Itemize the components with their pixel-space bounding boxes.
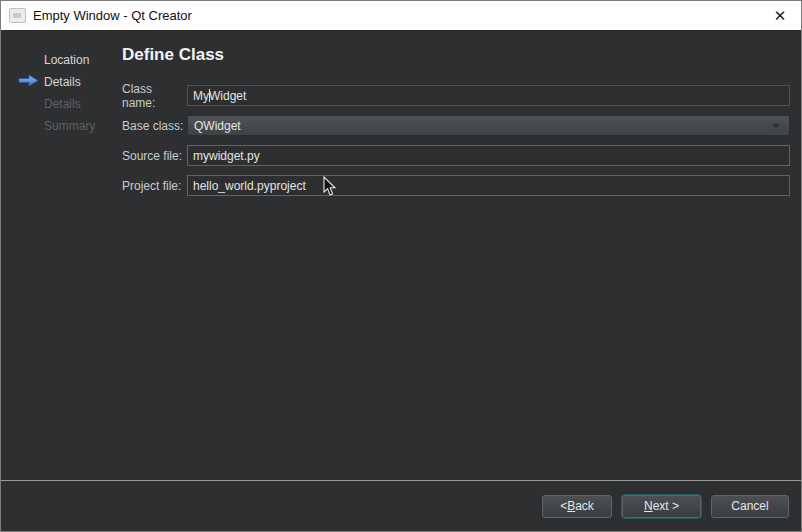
next-label-suffix: ext > [653,499,679,513]
wizard-step-list: Location Details Details Summary [44,49,95,137]
back-label-prefix: < [560,499,567,513]
source-file-input[interactable] [187,145,790,166]
wizard-step-details-pending: Details [44,93,95,115]
app-icon [9,8,26,23]
wizard-dialog-window: Empty Window - Qt Creator ✕ Location Det… [0,0,802,532]
base-class-selected-value: QWidget [194,119,241,133]
base-class-row: Base class: QWidget [122,115,790,136]
back-label-suffix: ack [575,499,594,513]
cancel-button[interactable]: Cancel [711,495,789,518]
source-file-row: Source file: [122,145,790,166]
class-name-row: Class name: [122,85,790,106]
base-class-dropdown[interactable]: QWidget [187,115,790,136]
wizard-step-details-current: Details [44,71,95,93]
next-button[interactable]: Next > [622,495,701,518]
project-file-input[interactable] [187,175,790,196]
back-label-mnemonic: B [567,499,575,513]
close-icon[interactable]: ✕ [759,1,801,30]
project-file-row: Project file: [122,175,790,196]
current-step-arrow-icon [18,74,39,87]
wizard-step-location: Location [44,49,95,71]
base-class-label: Base class: [122,119,187,133]
define-class-form: Class name: Base class: QWidget Source f… [122,85,790,205]
source-file-label: Source file: [122,149,187,163]
chevron-down-icon [772,124,780,129]
page-title: Define Class [122,45,224,65]
window-title: Empty Window - Qt Creator [33,8,192,23]
class-name-label: Class name: [122,82,187,110]
footer-button-bar: < Back Next > Cancel [1,481,801,531]
text-caret [209,89,210,102]
back-button[interactable]: < Back [542,495,612,518]
next-label-mnemonic: N [644,499,653,513]
class-name-input[interactable] [187,85,790,106]
titlebar: Empty Window - Qt Creator ✕ [1,1,801,31]
project-file-label: Project file: [122,179,187,193]
wizard-step-summary: Summary [44,115,95,137]
